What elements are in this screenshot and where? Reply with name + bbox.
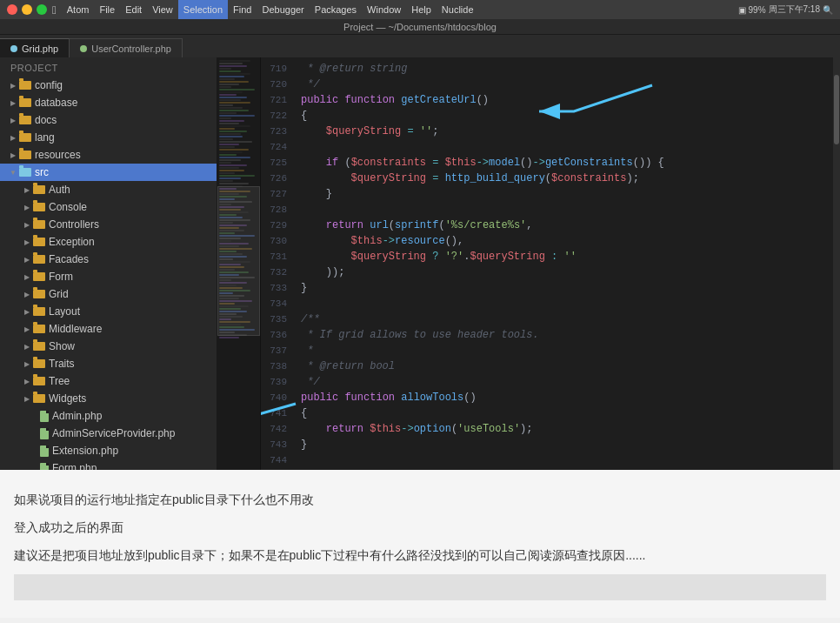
arrow-config: [7, 79, 19, 91]
tab-grid-php[interactable]: Grid.php: [0, 38, 70, 57]
sidebar-item-widgets[interactable]: Widgets: [0, 390, 217, 407]
bottom-input-bar[interactable]: [14, 574, 826, 600]
folder-icon-show: [33, 342, 45, 351]
menu-atom[interactable]: Atom: [62, 0, 95, 19]
line-content-719: * @return string: [297, 61, 840, 77]
menu-edit[interactable]: Edit: [120, 0, 147, 19]
label-src: src: [35, 166, 49, 178]
sidebar-item-facades[interactable]: Facades: [0, 251, 217, 268]
menu-selection[interactable]: Selection: [178, 0, 228, 19]
sidebar-title: Project: [0, 57, 217, 77]
sidebar-item-show[interactable]: Show: [0, 338, 217, 355]
line-content-720: */: [297, 77, 840, 92]
arrow-exception: [21, 236, 33, 248]
project-title: Project — ~/Documents/htdocs/blog: [343, 22, 497, 32]
label-extension-php: Extension.php: [52, 445, 118, 457]
minimap-viewport[interactable]: [217, 186, 260, 336]
titlebar:  Atom File Edit View Selection Find Deb…: [0, 0, 840, 19]
sidebar-item-grid[interactable]: Grid: [0, 285, 217, 303]
arrow-controllers: [21, 218, 33, 231]
folder-icon-traits: [33, 359, 45, 368]
arrow-facades: [21, 253, 33, 265]
tab-usercontroller-php[interactable]: UserController.php: [70, 38, 183, 57]
menu-file[interactable]: File: [94, 0, 120, 19]
sidebar-item-docs[interactable]: docs: [0, 111, 217, 129]
code-editor[interactable]: 719 * @return string 720 */ 721 public f…: [261, 57, 840, 470]
label-admin-php: Admin.php: [52, 410, 102, 422]
menu-window[interactable]: Window: [362, 0, 406, 19]
folder-icon-docs: [19, 116, 31, 124]
arrow-traits: [21, 358, 33, 370]
label-layout: Layout: [49, 305, 80, 318]
menu-debugger[interactable]: Debugger: [257, 0, 309, 19]
minimize-button[interactable]: [22, 4, 32, 15]
folder-icon-lang: [19, 133, 31, 142]
folder-icon-database: [19, 98, 31, 107]
menu-nuclide[interactable]: Nuclide: [437, 0, 479, 19]
close-button[interactable]: [7, 4, 17, 15]
scrollbar-track[interactable]: [833, 57, 840, 470]
sidebar-item-config[interactable]: config: [0, 77, 217, 94]
code-line-732: 732 ));: [261, 265, 840, 280]
code-line-741: 741 {: [261, 405, 840, 421]
arrow-show: [21, 340, 33, 352]
folder-icon-grid: [33, 290, 45, 298]
sidebar-item-console[interactable]: Console: [0, 198, 217, 216]
bottom-text-3: 建议还是把项目地址放到public目录下；如果不是在public下过程中有什么路…: [14, 543, 826, 567]
line-num-733: 733: [261, 280, 297, 296]
sidebar-item-auth[interactable]: Auth: [0, 181, 217, 198]
sidebar-item-middleware[interactable]: Middleware: [0, 320, 217, 338]
maximize-button[interactable]: [37, 4, 47, 15]
menu-packages[interactable]: Packages: [310, 0, 362, 19]
file-icon-extension: [40, 445, 49, 457]
line-content-745: /**: [297, 468, 840, 470]
folder-icon-src: [19, 168, 31, 177]
menu-help[interactable]: Help: [406, 0, 437, 19]
sidebar-item-extension-php[interactable]: Extension.php: [0, 442, 217, 459]
scrollbar-thumb[interactable]: [834, 75, 839, 144]
folder-icon-controllers: [33, 220, 45, 229]
label-grid: Grid: [49, 288, 69, 300]
line-num-741: 741: [261, 405, 297, 421]
sidebar-item-src[interactable]: src: [0, 164, 217, 181]
line-num-739: 739: [261, 374, 297, 390]
system-icons: ▣ 99% 周三下午7:18 🔍: [738, 3, 833, 16]
sidebar-item-lang[interactable]: lang: [0, 129, 217, 146]
sidebar-item-layout[interactable]: Layout: [0, 303, 217, 320]
sidebar-item-admin-php[interactable]: Admin.php: [0, 407, 217, 425]
folder-icon-resources: [19, 151, 31, 159]
sidebar-item-resources[interactable]: resources: [0, 146, 217, 164]
sidebar-item-controllers[interactable]: Controllers: [0, 216, 217, 233]
sidebar-item-form-php[interactable]: Form.php: [0, 459, 217, 470]
menu-find[interactable]: Find: [228, 0, 257, 19]
menu-view[interactable]: View: [147, 0, 178, 19]
clock: 周三下午7:18: [769, 3, 820, 16]
arrow-resources: [7, 149, 19, 161]
sidebar-item-adminservice-php[interactable]: AdminServiceProvider.php: [0, 425, 217, 442]
label-docs: docs: [35, 114, 57, 126]
apple-menu[interactable]: : [47, 3, 62, 17]
line-num-738: 738: [261, 358, 297, 374]
sidebar-item-exception[interactable]: Exception: [0, 233, 217, 251]
search-icon[interactable]: 🔍: [823, 5, 833, 15]
line-num-737: 737: [261, 343, 297, 358]
arrow-form: [21, 271, 33, 283]
line-content-732: ));: [297, 265, 840, 280]
line-num-732: 732: [261, 265, 297, 280]
sidebar-item-form[interactable]: Form: [0, 268, 217, 285]
code-line-736: 736 * If grid allows to use header tools…: [261, 327, 840, 343]
line-num-731: 731: [261, 249, 297, 265]
bottom-text-2: 登入成功之后的界面: [14, 515, 826, 539]
arrow-docs: [7, 114, 19, 126]
line-num-730: 730: [261, 233, 297, 249]
folder-icon-config: [19, 81, 31, 90]
code-line-726: 726 $queryString = http_build_query($con…: [261, 171, 840, 186]
code-line-720: 720 */: [261, 77, 840, 92]
sidebar-item-database[interactable]: database: [0, 94, 217, 111]
line-num-728: 728: [261, 202, 297, 218]
label-facades: Facades: [49, 253, 89, 265]
sidebar-item-tree[interactable]: Tree: [0, 372, 217, 390]
minimap[interactable]: [217, 57, 261, 470]
label-tree: Tree: [49, 375, 70, 387]
sidebar-item-traits[interactable]: Traits: [0, 355, 217, 372]
